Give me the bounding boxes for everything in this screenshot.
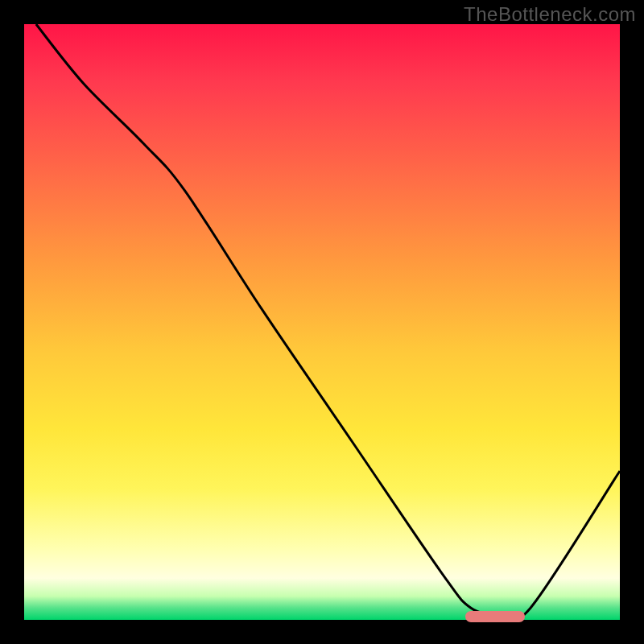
optimal-range-marker <box>465 611 525 622</box>
plot-area <box>24 24 620 620</box>
watermark-text: TheBottleneck.com <box>464 3 636 26</box>
chart-container: TheBottleneck.com <box>0 0 644 644</box>
curve-path <box>36 24 620 621</box>
bottleneck-curve <box>24 24 620 620</box>
